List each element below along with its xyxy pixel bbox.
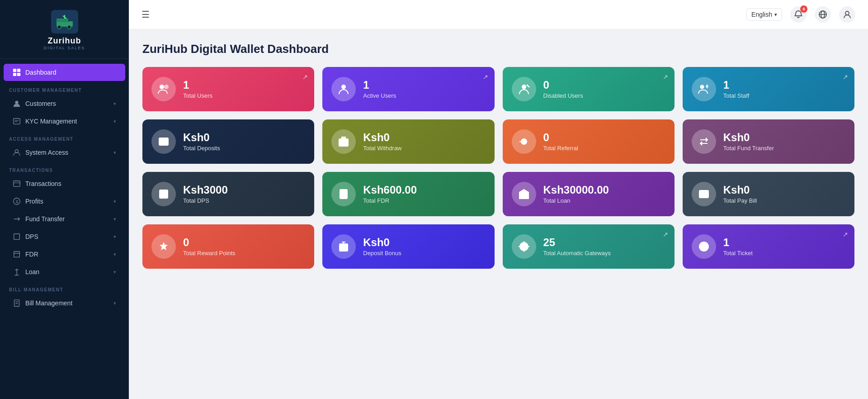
active-users-value: 1: [363, 79, 485, 91]
fdr-label: FDR: [25, 251, 38, 258]
section-customer-management: Customer Management: [0, 81, 129, 95]
total-dps-label: Total DPS: [183, 197, 305, 204]
card-total-withdraw[interactable]: Ksh0 Total Withdraw: [322, 119, 494, 164]
sidebar-item-profits[interactable]: $ Profits ▾: [4, 193, 125, 210]
total-ticket-label: Total Ticket: [723, 250, 845, 256]
logo-icon: [51, 10, 78, 33]
card-total-deposits[interactable]: Ksh0 Total Deposits: [142, 119, 314, 164]
disabled-users-text: 0 Disabled Users: [543, 79, 665, 99]
fund-transfer-chevron: ▾: [113, 216, 116, 222]
sidebar-item-bill-management[interactable]: Bill Management ▾: [4, 294, 125, 312]
logo-title: Zurihub: [48, 36, 81, 46]
total-staff-link[interactable]: ↗: [843, 73, 848, 81]
total-fund-transfer-label: Total Fund Transfer: [723, 145, 845, 152]
customers-chevron: ▾: [113, 101, 116, 107]
total-fund-transfer-icon-wrap: [692, 129, 716, 154]
total-loan-icon-wrap: [512, 182, 536, 206]
globe-button[interactable]: [815, 6, 831, 23]
kyc-chevron: ▾: [113, 119, 116, 124]
bill-management-chevron: ▾: [113, 300, 116, 306]
card-total-ticket[interactable]: ? 1 Total Ticket ↗: [683, 224, 854, 269]
bill-management-label: Bill Management: [25, 299, 72, 307]
deposit-bonus-icon-wrap: [331, 234, 356, 259]
fdr-icon: [13, 250, 21, 258]
total-automatic-gateways-label: Total Automatic Gateways: [543, 250, 665, 256]
card-disabled-users[interactable]: 0 Disabled Users ↗: [503, 67, 675, 111]
svg-point-30: [160, 85, 164, 89]
sidebar-item-dashboard[interactable]: Dashboard: [4, 64, 125, 81]
total-ticket-link[interactable]: ↗: [843, 231, 848, 238]
card-total-loan[interactable]: Ksh30000.00 Total Loan: [503, 172, 675, 216]
total-reward-points-value: 0: [183, 237, 305, 248]
hamburger-menu[interactable]: ☰: [142, 9, 150, 20]
total-users-icon-wrap: [151, 77, 176, 101]
card-total-dps[interactable]: Ksh3000 Total DPS: [142, 172, 314, 216]
total-withdraw-text: Ksh0 Total Withdraw: [363, 132, 485, 152]
total-staff-value: 1: [723, 79, 845, 91]
sidebar-item-fdr[interactable]: FDR ▾: [4, 246, 125, 263]
svg-point-4: [67, 25, 71, 29]
card-deposit-bonus[interactable]: Ksh0 Deposit Bonus: [322, 224, 494, 269]
sidebar-item-loan[interactable]: Loan ▾: [4, 263, 125, 280]
card-total-pay-bill[interactable]: Ksh0 Total Pay Bill: [683, 172, 854, 216]
disabled-users-label: Disabled Users: [543, 92, 665, 99]
language-selector[interactable]: English ▾: [746, 8, 782, 21]
card-total-referral[interactable]: 0 Total Referral: [503, 119, 675, 164]
dashboard-content: ZuriHub Digital Wallet Dashboard 1 Total…: [129, 29, 868, 399]
svg-rect-8: [17, 69, 20, 72]
card-total-fund-transfer[interactable]: Ksh0 Total Fund Transfer: [683, 119, 854, 164]
svg-rect-2: [57, 19, 68, 22]
sidebar-item-customers[interactable]: Customers ▾: [4, 95, 125, 112]
total-pay-bill-text: Ksh0 Total Pay Bill: [723, 184, 845, 204]
total-automatic-gateways-icon-wrap: [512, 234, 536, 259]
total-users-link[interactable]: ↗: [302, 73, 308, 81]
customers-label: Customers: [25, 100, 56, 107]
total-automatic-gateways-link[interactable]: ↗: [663, 231, 668, 238]
sidebar: Zurihub Digital Sales Dashboard Customer…: [0, 0, 129, 399]
svg-point-31: [164, 85, 169, 89]
svg-point-29: [845, 11, 849, 15]
svg-rect-57: [701, 195, 703, 196]
customers-icon: [13, 100, 21, 108]
total-referral-value: 0: [543, 132, 665, 143]
total-withdraw-icon-wrap: [331, 129, 356, 154]
profits-chevron: ▾: [113, 199, 116, 204]
card-total-users[interactable]: 1 Total Users ↗: [142, 67, 314, 111]
sidebar-item-kyc-management[interactable]: KYC Management ▾: [4, 113, 125, 130]
total-deposits-label: Total Deposits: [183, 145, 305, 152]
svg-rect-20: [14, 234, 20, 240]
card-total-staff[interactable]: 1 Total Staff ↗: [683, 67, 854, 111]
svg-text:?: ?: [702, 243, 706, 250]
active-users-link[interactable]: ↗: [483, 73, 488, 81]
total-ticket-text: 1 Total Ticket: [723, 237, 845, 256]
sidebar-item-fund-transfer[interactable]: Fund Transfer ▾: [4, 210, 125, 228]
total-loan-text: Ksh30000.00 Total Loan: [543, 184, 665, 204]
kyc-icon: [13, 117, 21, 125]
total-users-icon: [157, 83, 170, 95]
active-users-text: 1 Active Users: [363, 79, 485, 99]
total-withdraw-label: Total Withdraw: [363, 145, 485, 152]
total-fdr-value: Ksh600.00: [363, 184, 485, 196]
card-active-users[interactable]: 1 Active Users ↗: [322, 67, 494, 111]
card-total-fdr[interactable]: Ksh600.00 Total FDR: [322, 172, 494, 216]
svg-point-32: [341, 85, 346, 89]
sidebar-item-dps[interactable]: DPS ▾: [4, 228, 125, 245]
total-staff-icon: [698, 83, 710, 95]
fdr-chevron: ▾: [113, 252, 116, 257]
stats-grid: 1 Total Users ↗ 1 Active Users ↗: [142, 67, 854, 269]
disabled-users-link[interactable]: ↗: [663, 73, 668, 81]
total-ticket-icon-wrap: ?: [692, 234, 716, 259]
sidebar-dashboard-label: Dashboard: [25, 69, 57, 76]
card-total-automatic-gateways[interactable]: 25 Total Automatic Gateways ↗: [503, 224, 675, 269]
user-profile-button[interactable]: [839, 6, 855, 23]
active-users-icon: [337, 83, 350, 95]
svg-text:$: $: [16, 200, 18, 204]
total-automatic-gateways-value: 25: [543, 237, 665, 248]
svg-point-61: [523, 246, 525, 247]
sidebar-item-system-access[interactable]: System Access ▾: [4, 144, 125, 161]
notifications-button[interactable]: 6: [790, 6, 807, 23]
loan-icon: [13, 268, 21, 276]
card-total-reward-points[interactable]: 0 Total Reward Points: [142, 224, 314, 269]
sidebar-item-transactions[interactable]: Transactions: [4, 175, 125, 192]
page-title: ZuriHub Digital Wallet Dashboard: [142, 42, 854, 56]
